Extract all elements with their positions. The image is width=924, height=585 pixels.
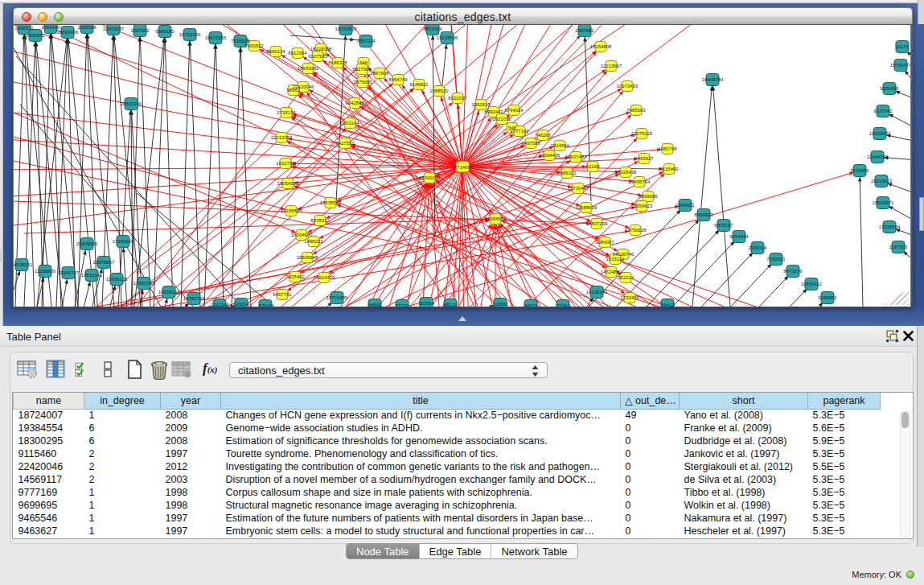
svg-text:102934: 102934 <box>418 301 435 306</box>
svg-text:18226058: 18226058 <box>310 47 332 51</box>
svg-text:16154808: 16154808 <box>590 44 612 49</box>
svg-text:14535051: 14535051 <box>14 262 33 267</box>
svg-text:7632621: 7632621 <box>766 257 786 262</box>
svg-text:8813054: 8813054 <box>423 27 442 31</box>
svg-text:546: 546 <box>359 60 368 65</box>
svg-text:18724007: 18724007 <box>452 165 474 170</box>
svg-text:14136141: 14136141 <box>586 290 608 295</box>
svg-text:16543382: 16543382 <box>298 66 319 71</box>
svg-text:1080748: 1080748 <box>658 146 677 151</box>
svg-text:1362615: 1362615 <box>471 102 491 107</box>
svg-text:19756928: 19756928 <box>625 228 647 233</box>
svg-text:11156829: 11156829 <box>35 269 55 274</box>
svg-text:3824554: 3824554 <box>550 143 569 148</box>
svg-text:120945: 120945 <box>492 302 509 307</box>
svg-text:7625402: 7625402 <box>285 274 305 279</box>
svg-text:15751074: 15751074 <box>890 63 911 68</box>
svg-text:62160: 62160 <box>586 164 600 169</box>
svg-text:9329996: 9329996 <box>880 86 899 91</box>
svg-text:8660124: 8660124 <box>266 49 285 54</box>
svg-text:99412: 99412 <box>661 303 675 307</box>
svg-text:20975867: 20975867 <box>93 260 115 265</box>
svg-text:9084067: 9084067 <box>595 240 614 245</box>
svg-text:12213353: 12213353 <box>271 135 293 140</box>
svg-text:77120: 77120 <box>396 303 409 307</box>
svg-text:16648784: 16648784 <box>702 77 724 82</box>
svg-text:13535593: 13535593 <box>320 200 342 205</box>
svg-text:15300295: 15300295 <box>419 175 441 180</box>
svg-text:16914479: 16914479 <box>314 275 335 280</box>
svg-text:8938923: 8938923 <box>694 212 713 217</box>
svg-text:20206556: 20206556 <box>76 241 98 246</box>
svg-text:16210613: 16210613 <box>871 179 893 183</box>
svg-text:10688609: 10688609 <box>576 205 598 210</box>
svg-text:6990443: 6990443 <box>484 109 503 114</box>
svg-text:10958127: 10958127 <box>158 290 180 295</box>
svg-text:1640951: 1640951 <box>676 203 695 208</box>
svg-text:15495764: 15495764 <box>629 179 651 184</box>
svg-text:1498222: 1498222 <box>304 239 323 244</box>
svg-text:94521: 94521 <box>524 303 538 307</box>
svg-text:16654923: 16654923 <box>631 204 653 208</box>
svg-text:9777169: 9777169 <box>510 129 529 134</box>
svg-text:9463627: 9463627 <box>634 156 654 161</box>
svg-text:1010755: 1010755 <box>276 161 295 166</box>
svg-text:17957255: 17957255 <box>133 281 155 286</box>
svg-text:10025438: 10025438 <box>615 170 637 175</box>
svg-text:7663822: 7663822 <box>244 43 264 48</box>
svg-text:9227342: 9227342 <box>873 109 893 113</box>
svg-text:1065328: 1065328 <box>77 25 97 30</box>
svg-text:3215955: 3215955 <box>850 168 869 173</box>
svg-text:15720407: 15720407 <box>568 186 589 191</box>
svg-text:129234: 129234 <box>233 302 250 307</box>
svg-text:1292348: 1292348 <box>210 303 229 307</box>
svg-text:6497568: 6497568 <box>521 141 540 146</box>
svg-text:16782759: 16782759 <box>183 296 205 301</box>
svg-text:3875685: 3875685 <box>353 80 372 84</box>
svg-text:9474444: 9474444 <box>729 234 749 239</box>
svg-text:20553346: 20553346 <box>121 101 142 106</box>
svg-text:10607487: 10607487 <box>565 154 587 159</box>
svg-text:2803144: 2803144 <box>340 121 359 126</box>
svg-text:12213967: 12213967 <box>601 64 622 68</box>
svg-text:2687682: 2687682 <box>575 28 594 33</box>
svg-text:1527602: 1527602 <box>130 28 150 33</box>
svg-text:10719155: 10719155 <box>179 32 201 37</box>
svg-text:10973493: 10973493 <box>617 84 639 89</box>
svg-text:12975115: 12975115 <box>631 131 653 136</box>
svg-text:19218506: 19218506 <box>437 35 458 40</box>
svg-text:77341: 77341 <box>556 303 570 307</box>
svg-text:8912954: 8912954 <box>288 51 307 56</box>
svg-text:88123: 88123 <box>444 303 458 307</box>
svg-text:18807299: 18807299 <box>586 221 608 226</box>
svg-text:9327505: 9327505 <box>352 67 372 72</box>
svg-text:2718176: 2718176 <box>277 110 296 115</box>
svg-text:10654112: 10654112 <box>801 282 823 286</box>
svg-text:19384554: 19384554 <box>485 216 507 221</box>
svg-text:98962: 98962 <box>287 88 301 93</box>
svg-text:2935114: 2935114 <box>749 245 768 250</box>
svg-text:1167533: 1167533 <box>889 245 909 249</box>
svg-text:11171: 11171 <box>896 44 909 49</box>
svg-text:15692971: 15692971 <box>873 200 894 205</box>
svg-text:16671355: 16671355 <box>205 35 227 40</box>
svg-text:14513341: 14513341 <box>81 273 103 278</box>
svg-text:12444153: 12444153 <box>867 154 889 159</box>
svg-text:8186328: 8186328 <box>328 60 347 65</box>
svg-text:1588520: 1588520 <box>429 89 449 93</box>
svg-text:15809948: 15809948 <box>297 255 318 260</box>
svg-text:1621072: 1621072 <box>492 117 511 122</box>
svg-text:9115460: 9115460 <box>660 167 680 171</box>
svg-text:746266: 746266 <box>535 133 552 138</box>
svg-text:14524851: 14524851 <box>601 270 622 274</box>
svg-text:8454749: 8454749 <box>388 77 408 82</box>
svg-text:2867608: 2867608 <box>370 71 389 76</box>
svg-text:20691406: 20691406 <box>57 30 79 35</box>
svg-text:7857224: 7857224 <box>356 39 376 43</box>
svg-text:8427552: 8427552 <box>335 141 355 146</box>
svg-text:1405572: 1405572 <box>26 33 45 38</box>
svg-text:1733426: 1733426 <box>620 295 639 300</box>
svg-text:9242848: 9242848 <box>345 101 364 105</box>
svg-text:252214: 252214 <box>618 275 634 280</box>
svg-text:8322037: 8322037 <box>448 96 467 101</box>
